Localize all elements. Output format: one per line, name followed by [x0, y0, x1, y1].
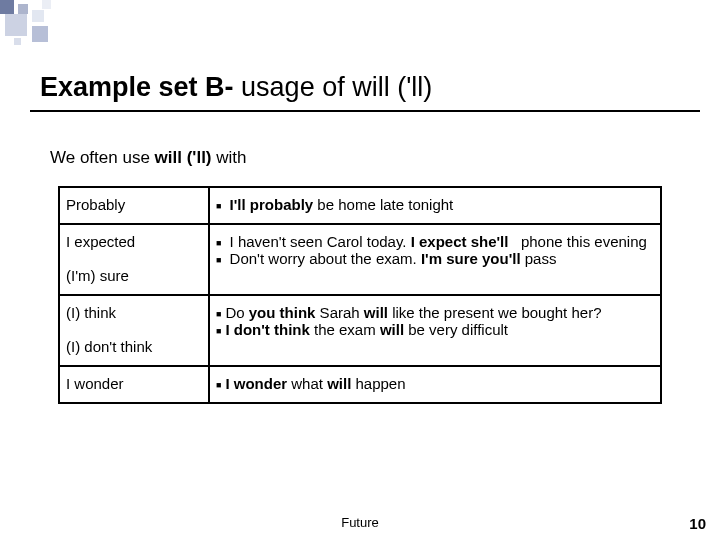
table-row: I expected(I'm) sure ■ I haven't seen Ca… [59, 224, 661, 295]
slide-title: Example set B- usage of will ('ll) [40, 72, 432, 103]
examples-table: Probably ■ I'll probably be home late to… [58, 186, 662, 404]
title-rest: usage of will ('ll) [241, 72, 432, 102]
row3-right: ■I wonder what will happen [209, 366, 661, 403]
footer-label: Future [0, 515, 720, 530]
row2-right: ■Do you think Sarah will like the presen… [209, 295, 661, 366]
decorative-corner [0, 0, 140, 50]
row1-left: I expected(I'm) sure [59, 224, 209, 295]
title-bold: Example set B- [40, 72, 241, 102]
table-row: Probably ■ I'll probably be home late to… [59, 187, 661, 224]
row2-left: (I) think(I) don't think [59, 295, 209, 366]
table-row: I wonder ■I wonder what will happen [59, 366, 661, 403]
intro-pre: We often use [50, 148, 155, 167]
intro-bold: will ('ll) [155, 148, 212, 167]
intro-line: We often use will ('ll) with [50, 148, 247, 168]
row0-left: Probably [59, 187, 209, 224]
title-rule [30, 110, 700, 112]
row0-right: ■ I'll probably be home late tonight [209, 187, 661, 224]
row1-right: ■ I haven't seen Carol today. I expect s… [209, 224, 661, 295]
table-row: (I) think(I) don't think ■Do you think S… [59, 295, 661, 366]
page-number: 10 [689, 515, 706, 532]
intro-post: with [212, 148, 247, 167]
row3-left: I wonder [59, 366, 209, 403]
